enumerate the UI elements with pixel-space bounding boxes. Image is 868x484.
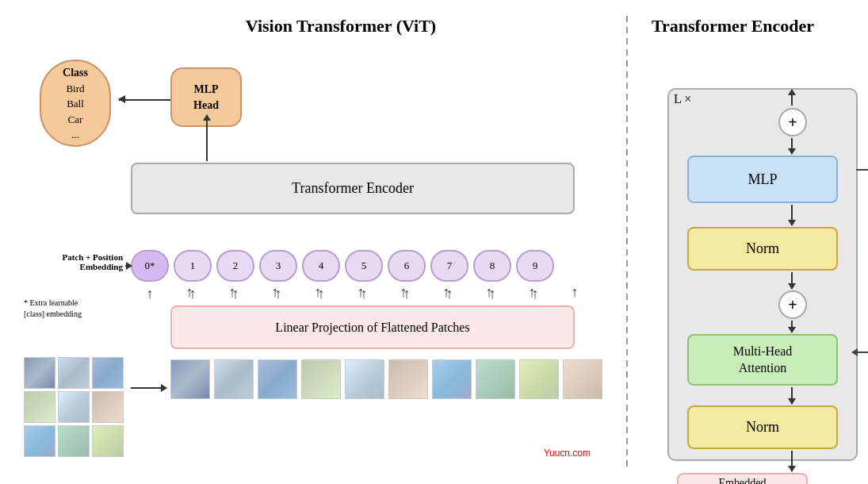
top-input-arrow — [791, 90, 793, 106]
token-3: 3 — [259, 250, 297, 282]
section-divider — [626, 16, 628, 468]
out-patch-1 — [214, 359, 254, 399]
plus-circle-bottom: + — [778, 290, 807, 319]
token-6: 6 — [388, 250, 426, 282]
linear-proj-box: Linear Projection of Flattened Patches — [170, 305, 575, 349]
embedded-patches-box: EmbeddedPatches — [677, 473, 808, 484]
encoder-to-mlp-vline — [206, 115, 208, 161]
ltt-arrow-1: ↑ — [213, 284, 251, 301]
input-patch-2 — [58, 357, 90, 389]
mlp-to-norm1-line — [791, 205, 793, 225]
transformer-encoder-label: Transformer Encoder — [292, 180, 414, 197]
ltt-arrow-7: ↑ — [470, 284, 508, 301]
image-patches-input — [24, 357, 124, 457]
plus-bottom-to-mha-line — [791, 321, 793, 332]
ltt-arrow-9: ↑ — [556, 284, 594, 301]
token-0: 0* — [131, 250, 169, 282]
transformer-encoder-diagram: Transformer Encoder L × + MLP — [636, 16, 852, 468]
arrow-head — [203, 114, 211, 121]
out-patch-4 — [345, 359, 384, 399]
out-patch-5 — [388, 359, 428, 399]
token-7: 7 — [430, 250, 468, 282]
out-patch-8 — [519, 359, 559, 399]
class-bird: Bird — [66, 81, 84, 97]
token-4: 4 — [302, 250, 340, 282]
norm1-to-plus-bottom-line — [791, 272, 793, 289]
patch-pos-arrow — [125, 265, 132, 267]
norm-block-1: Norm — [687, 227, 838, 271]
ltt-arrow-0: ↑ — [170, 284, 208, 301]
up-arrow-0 — [131, 286, 169, 302]
input-patch-4 — [24, 391, 55, 423]
ltt-arrow-4: ↑ — [342, 284, 380, 301]
vit-title: Vision Transformer (ViT) — [63, 16, 618, 36]
embedded-patches-label: EmbeddedPatches — [719, 476, 767, 484]
norm2-to-embedded-line — [791, 451, 793, 471]
lx-label: L × — [674, 92, 691, 106]
mha-label: Multi-HeadAttention — [733, 344, 793, 377]
norm1-label: Norm — [746, 240, 779, 257]
plus-top-symbol: + — [788, 113, 797, 132]
class-ball: Ball — [67, 96, 84, 112]
out-patch-2 — [258, 359, 297, 399]
input-patch-1 — [24, 357, 55, 389]
ltt-arrow-5: ↑ — [384, 284, 423, 301]
ltt-arrow-6: ↑ — [427, 284, 465, 301]
token-8: 8 — [473, 250, 511, 282]
ltt-arrow-2: ↑ — [256, 284, 294, 301]
patch-pos-label: Patch + PositionEmbedding — [24, 252, 123, 271]
mlp-block: MLP — [687, 156, 838, 203]
norm2-label: Norm — [746, 419, 779, 436]
extra-learnable-note: * Extra learnable[class] embedding — [24, 298, 82, 320]
plus-bottom-symbol: + — [788, 296, 797, 314]
mlp-head-line2: Head — [193, 98, 219, 113]
input-patch-7 — [24, 425, 55, 457]
watermark: Yuucn.com — [544, 448, 591, 459]
out-patch-3 — [301, 359, 341, 399]
input-patch-6 — [92, 391, 124, 423]
arrow-head-left — [118, 95, 125, 103]
token-9: 9 — [516, 250, 554, 282]
token-1: 1 — [174, 250, 212, 282]
main-container: Vision Transformer (ViT) Class Bird Ball… — [0, 0, 868, 484]
input-patch-8 — [58, 425, 90, 457]
linear-to-tokens-arrows: ↑ ↑ ↑ ↑ ↑ ↑ ↑ ↑ ↑ ↑ — [170, 284, 594, 301]
ltt-arrow-8: ↑ — [513, 284, 551, 301]
class-box: Class Bird Ball Car ... — [40, 60, 111, 147]
out-patch-0 — [170, 359, 210, 399]
input-patch-5 — [58, 391, 90, 423]
class-label: Class — [63, 64, 88, 81]
plus-circle-top: + — [778, 108, 807, 136]
mlp-block-label: MLP — [748, 171, 777, 188]
token-2: 2 — [216, 250, 254, 282]
vit-diagram: Vision Transformer (ViT) Class Bird Ball… — [16, 16, 618, 468]
input-patch-3 — [92, 357, 124, 389]
plus-to-mlp-line — [791, 138, 793, 154]
embeddings-row: 0* 1 2 3 4 5 6 7 8 — [131, 250, 554, 282]
patches-to-linear-arrow — [131, 387, 166, 389]
mha-block: Multi-HeadAttention — [687, 334, 838, 386]
transformer-encoder-box: Transformer Encoder — [131, 163, 575, 214]
out-patch-9 — [563, 359, 602, 399]
token-5: 5 — [345, 250, 383, 282]
ltt-arrow-3: ↑ — [299, 284, 337, 301]
out-patch-6 — [432, 359, 472, 399]
mha-to-norm2-line — [791, 387, 793, 404]
linear-proj-label: Linear Projection of Flattened Patches — [275, 321, 469, 335]
out-patch-7 — [476, 359, 515, 399]
output-patches-row — [170, 359, 602, 399]
class-ellipsis: ... — [71, 127, 79, 143]
mlp-head-line1: MLP — [193, 82, 218, 98]
norm-block-2: Norm — [687, 405, 838, 449]
input-patch-9 — [92, 425, 124, 457]
encoder-title: Transformer Encoder — [652, 16, 852, 36]
class-car: Car — [68, 112, 83, 128]
mlp-to-class-arrow — [119, 99, 170, 101]
